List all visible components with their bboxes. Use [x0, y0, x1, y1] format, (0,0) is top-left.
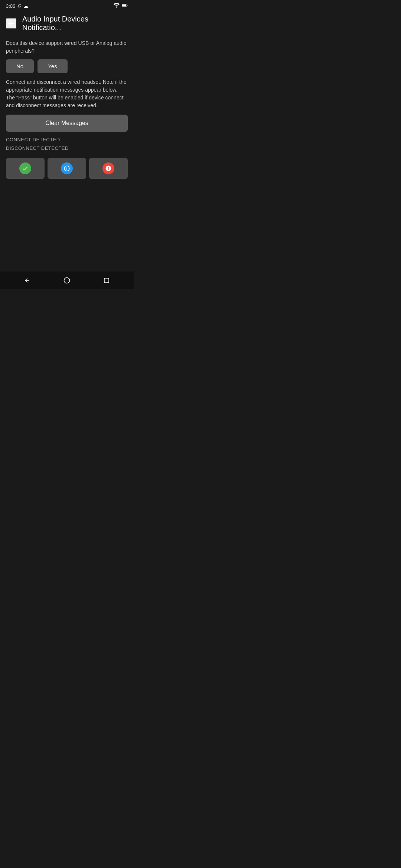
back-button[interactable]	[6, 18, 16, 29]
description-text: Connect and disconnect a wired headset. …	[6, 78, 128, 109]
header: Audio Input Devices Notificatio...	[0, 10, 134, 36]
clear-messages-button[interactable]: Clear Messages	[6, 115, 128, 132]
svg-rect-2	[122, 4, 126, 6]
pass-button[interactable]	[6, 158, 45, 179]
cloud-icon: ☁	[23, 3, 29, 9]
svg-rect-1	[127, 4, 128, 6]
page-title: Audio Input Devices Notificatio...	[22, 15, 128, 32]
battery-icon	[122, 3, 128, 9]
question-text: Does this device support wired USB or An…	[6, 39, 128, 55]
nav-recents-button[interactable]	[94, 274, 119, 287]
content: Does this device support wired USB or An…	[0, 36, 134, 182]
nav-bar	[0, 272, 134, 289]
nav-home-button[interactable]	[54, 274, 79, 287]
google-icon: G	[17, 3, 21, 9]
status-right	[113, 3, 128, 9]
status-left: 3:06 G ☁	[6, 3, 29, 9]
status-time: 3:06	[6, 3, 15, 9]
wifi-icon	[113, 3, 120, 9]
fail-button[interactable]	[89, 158, 128, 179]
nav-back-button[interactable]	[15, 274, 39, 287]
disconnect-detected-text: DISCONNECT DETECTED	[6, 144, 128, 152]
svg-point-3	[64, 278, 70, 283]
info-button[interactable]	[48, 158, 86, 179]
no-button[interactable]: No	[6, 59, 34, 73]
detected-messages: CONNECT DETECTED DISCONNECT DETECTED	[6, 135, 128, 153]
status-bar: 3:06 G ☁	[0, 0, 134, 10]
action-buttons	[6, 158, 128, 179]
svg-rect-4	[104, 278, 109, 283]
usb-support-buttons: No Yes	[6, 59, 128, 73]
info-icon	[61, 162, 73, 174]
connect-detected-text: CONNECT DETECTED	[6, 135, 128, 144]
pass-icon	[19, 162, 31, 174]
fail-icon	[102, 162, 114, 174]
yes-button[interactable]: Yes	[38, 59, 67, 73]
